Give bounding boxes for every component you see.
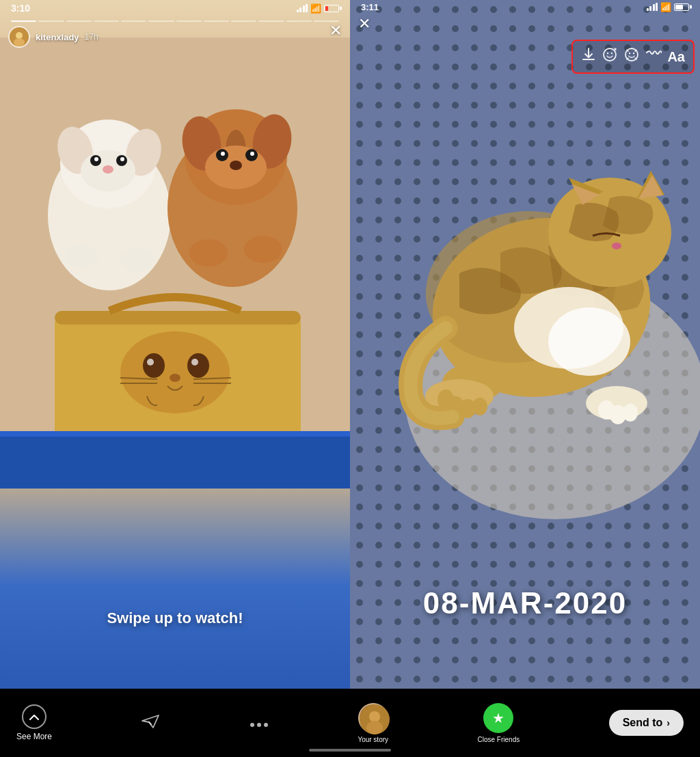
send-to-button[interactable]: Send to › [609,710,684,736]
svg-point-12 [120,157,124,161]
close-button-left[interactable]: ✕ [329,22,342,40]
svg-point-2 [14,38,25,46]
signal-icon-right [647,3,658,11]
progress-dot [148,20,174,22]
wifi-icon-right: 📶 [660,2,671,12]
svg-rect-41 [0,434,350,488]
svg-point-78 [366,721,383,734]
svg-point-25 [250,152,254,156]
close-button-right[interactable]: ✕ [358,15,371,33]
story-toolbar: Aa [571,40,695,74]
svg-point-66 [623,404,638,422]
svg-point-26 [230,161,242,170]
user-avatar [8,26,30,48]
progress-dot [286,20,312,22]
svg-point-75 [264,723,268,727]
send-to-label: Send to [623,717,663,729]
svg-point-72 [633,53,634,54]
svg-point-69 [611,53,612,54]
svg-point-74 [257,723,261,727]
status-icons-left: 📶 [297,3,340,14]
star-icon: ★ [492,710,504,726]
svg-point-56 [612,243,621,249]
status-icons-right: 📶 [647,2,690,12]
svg-rect-30 [55,311,301,325]
swipe-up-text: Swipe up to watch! [0,609,350,627]
your-story-avatar [358,703,388,733]
time-right: 3:11 [361,2,379,12]
time-left: 3:10 [11,3,30,14]
progress-dot [66,20,92,22]
cat-scene-svg [350,0,700,689]
progress-dot [258,20,284,22]
svg-point-32 [143,353,165,378]
see-more-label: See More [16,732,52,741]
text-tool-label[interactable]: Aa [667,49,685,65]
svg-point-24 [221,152,225,156]
emoji-sparkle-icon[interactable] [602,46,618,67]
wifi-icon-left: 📶 [310,3,321,14]
progress-dot [231,20,256,22]
progress-dot [176,20,202,22]
svg-point-67 [604,49,616,61]
your-story-label: Your story [358,736,388,743]
left-story-panel: 3:10 📶 [0,0,350,689]
svg-point-15 [120,247,154,272]
progress-dot [11,20,36,22]
svg-point-71 [629,53,630,54]
svg-point-13 [103,165,113,174]
see-more-button[interactable]: See More [16,704,52,741]
more-options-button[interactable] [250,715,269,731]
svg-point-1 [16,32,23,39]
see-more-arrow-icon [22,704,46,729]
audio-icon[interactable] [645,47,662,66]
bottom-action-bar: See More Your story ★ Close Fr [0,689,700,757]
svg-point-31 [120,331,230,413]
svg-point-77 [369,711,380,722]
puppies-illustration [0,38,350,488]
svg-point-34 [147,359,154,366]
progress-bar-left [8,20,342,22]
chevron-right-icon: › [667,717,670,728]
download-icon[interactable] [581,47,596,66]
username-left: kitenxlady [36,32,79,42]
cat-story-background: ✕ [350,0,700,689]
svg-point-11 [94,157,98,161]
your-story-button[interactable]: Your story [358,703,388,743]
svg-point-36 [170,374,180,382]
left-story-background: kitenxlady 17h ✕ [0,0,350,689]
close-friends-label: Close Friends [478,736,520,743]
home-indicator [309,749,391,752]
close-friends-circle: ★ [483,703,513,733]
story-time-left: 17h [85,32,98,42]
story-user-info: kitenxlady 17h [8,26,342,48]
signal-icon-left [297,4,308,12]
svg-point-35 [191,359,198,366]
svg-point-33 [187,353,209,378]
svg-point-28 [244,236,282,263]
svg-point-73 [250,723,254,727]
status-bar-left: 3:10 📶 [0,0,350,14]
svg-rect-42 [0,431,350,437]
svg-point-68 [607,53,608,54]
progress-dot [121,20,146,22]
battery-icon-right [674,3,689,11]
story-header-right: ✕ [350,15,700,33]
progress-dot [38,20,64,22]
face-ar-icon[interactable] [623,46,640,67]
progress-dot [94,20,119,22]
close-friends-button[interactable]: ★ Close Friends [478,703,520,743]
svg-point-27 [189,239,228,266]
svg-point-14 [65,244,99,269]
story-header-left: kitenxlady 17h [0,15,350,48]
story-date-text: 08-MAR-2020 [350,586,700,620]
progress-dot [204,20,229,22]
svg-point-62 [472,398,487,415]
direct-message-button[interactable] [141,713,160,733]
right-story-panel: 3:11 📶 [350,0,700,689]
battery-icon-left [324,5,339,12]
status-bar-right: 3:11 📶 [350,0,700,14]
svg-point-50 [548,307,630,376]
